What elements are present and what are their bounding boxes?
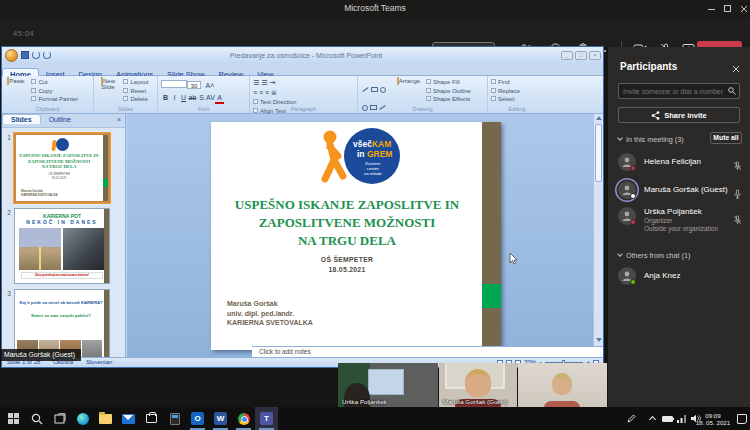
participant-row[interactable]: Anja Knez [618,267,742,293]
strikethrough-icon[interactable]: ab [188,93,197,102]
character-spacing-icon[interactable]: AV [206,93,215,102]
share-invite-button[interactable]: Share invite [618,107,740,123]
chrome-icon[interactable] [232,407,255,430]
pen-input-icon[interactable] [624,407,638,430]
edge-icon[interactable] [71,407,94,430]
bullets-icon[interactable]: ☰ ☰ [253,79,269,86]
shape-outline-button[interactable]: Shape Outline [426,87,471,96]
mute-all-button[interactable]: Mute all [710,132,742,144]
network-icon[interactable] [675,407,688,430]
store-icon[interactable] [140,407,163,430]
avatar [618,267,636,285]
video-tile[interactable] [518,363,607,407]
share-invite-icon [651,111,660,120]
font-name-box[interactable] [161,80,187,88]
replace-button[interactable]: Replace [491,87,520,96]
section-others-from-chat[interactable]: Others from chat (1) [618,251,690,260]
person-face [552,373,572,395]
align-icons[interactable]: ≡ ≡ ≡ ≣ [253,89,277,96]
status-busy-dot [630,165,636,171]
format-painter-button[interactable]: Format Painter [31,95,78,104]
avatar-speaking [618,181,636,199]
bold-icon[interactable]: B [161,93,170,102]
mic-on-icon[interactable] [733,185,742,203]
editor-scrollbar[interactable] [593,114,603,346]
panel-close-icon[interactable]: × [117,116,121,123]
participant-row[interactable]: Maruša Goršak (Guest) [618,181,742,207]
word-icon[interactable]: W [209,407,232,430]
invite-input[interactable] [618,83,740,99]
ppt-minimize-icon[interactable]: _ [561,51,573,60]
slide-side-band [482,122,501,350]
reset-button[interactable]: Reset [123,87,148,96]
outlook-icon[interactable]: O [186,407,209,430]
maximize-icon[interactable] [720,0,736,18]
underline-icon[interactable]: U [179,93,188,102]
taskbar-search-icon[interactable] [25,407,48,430]
font-color-icon[interactable]: A [215,93,224,104]
participant-row[interactable]: Helena Felicijan [618,153,742,179]
action-center-icon[interactable] [735,407,749,430]
paste-button[interactable]: Paste [5,78,27,84]
video-tile[interactable]: Urška Poljanšek [338,363,438,407]
shape-fill-button[interactable]: Shape Fill [426,78,471,87]
slide-thumbnail-1[interactable]: USPEŠNO ISKANJE ZAPOSLITVE INZAPOSLITVEN… [14,133,110,203]
select-button[interactable]: Select [491,95,520,104]
file-explorer-icon[interactable] [94,407,117,430]
powerpoint-window: Predavanje za osmošolce - Microsoft Powe… [1,46,604,368]
arrange-button[interactable]: Arrange [395,78,421,84]
video-tile[interactable]: Maruša Goršak (Guest) [439,363,517,407]
notes-pane[interactable]: Click to add notes [252,346,603,357]
slide-thumbnail-2[interactable]: KARIERNA POT NEKOČ IN DANES Zato potrebu… [14,208,110,284]
shadow-icon[interactable]: S [197,93,206,102]
mic-muted-icon[interactable] [733,211,742,229]
grow-font-icon[interactable]: A˄ [205,81,214,90]
participant-row[interactable]: Urška Poljanšek Organizer Outside your o… [618,207,742,243]
minimize-icon[interactable] [704,0,720,18]
shape-rect-icon[interactable] [371,87,378,92]
save-icon[interactable] [21,51,29,59]
start-button[interactable] [2,407,25,430]
tray-chevron-icon[interactable] [646,407,658,430]
task-view-icon[interactable] [48,407,71,430]
copy-button[interactable]: Copy [31,87,78,96]
indent-icon[interactable]: ⇥ [269,79,275,86]
ppt-window-title: Predavanje za osmošolce - Microsoft Powe… [51,52,561,59]
shape-oval-icon[interactable] [380,87,386,93]
redo-icon[interactable] [43,51,51,59]
italic-icon[interactable]: I [170,93,179,102]
layout-button[interactable]: Layout [123,78,148,87]
teams-meeting-toolbar: 45:04 Request control Lea [0,18,750,47]
delete-button[interactable]: Delete [123,95,148,104]
taskbar-clock[interactable]: 09:09 18. 05. 2021 [691,407,735,430]
panel-close-icon[interactable] [732,59,740,77]
close-icon[interactable] [736,0,750,18]
shape-line-icon[interactable] [362,87,368,92]
ppt-ribbon-tabs: HomeInsertDesignAnimationsSlide ShowRevi… [2,63,603,76]
teams-taskbar-icon[interactable]: T [255,407,278,430]
cut-button[interactable]: Cut [31,78,78,87]
section-in-this-meeting[interactable]: In this meeting (3) [618,135,684,144]
participants-panel: Participants Share invite In this meetin… [608,47,750,407]
font-size-box[interactable]: 30 [187,81,201,89]
mail-icon[interactable] [117,407,140,430]
ppt-close-icon[interactable]: × [589,51,601,60]
meeting-timer: 45:04 [13,29,34,38]
shape-effects-button[interactable]: Shape Effects [426,95,471,104]
find-button[interactable]: Find [491,78,520,87]
slide-canvas[interactable]: všečKAM in GREM Kariernicenterza mlade U… [211,122,501,350]
group-drawing: Arrange Shape Fill Shape Outline Shape E… [358,76,488,113]
outline-tab[interactable]: Outline [41,115,79,124]
calculator-icon[interactable] [163,407,186,430]
new-slide-button[interactable]: New Slide [97,78,119,90]
group-paragraph: ☰ ☰ ⇥ ≡ ≡ ≡ ≣ Text Direction Align Text … [250,76,358,113]
slides-tab[interactable]: Slides [2,114,41,124]
mic-muted-icon[interactable] [733,157,742,175]
participants-title: Participants [620,61,677,72]
person-face [465,369,491,397]
ppt-maximize-icon[interactable]: □ [575,51,587,60]
office-button[interactable] [5,49,18,62]
slide-thumbnail-3[interactable]: Kaj ti pride na misel ob besedi KARIERA?… [14,289,110,357]
undo-icon[interactable] [32,51,40,59]
search-icon [728,87,736,95]
